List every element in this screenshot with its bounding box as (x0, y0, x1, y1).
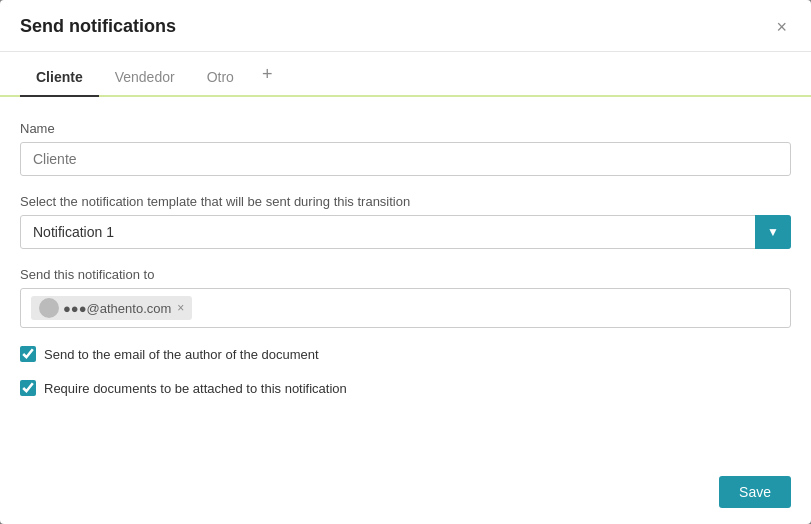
close-button[interactable]: × (772, 18, 791, 36)
tab-add-button[interactable]: + (250, 52, 285, 97)
recipients-field-group: Send this notification to ●●●@athento.co… (20, 267, 791, 328)
recipients-label: Send this notification to (20, 267, 791, 282)
template-label: Select the notification template that wi… (20, 194, 791, 209)
template-select[interactable]: Notification 1 Notification 2 Notificati… (20, 215, 791, 249)
email-tag-remove-button[interactable]: × (177, 301, 184, 315)
modal-body: Name Select the notification template th… (0, 97, 811, 464)
checkbox-author-label: Send to the email of the author of the d… (44, 347, 319, 362)
checkbox-author[interactable] (20, 346, 36, 362)
checkbox-author-group: Send to the email of the author of the d… (20, 346, 791, 362)
template-select-wrapper: Notification 1 Notification 2 Notificati… (20, 215, 791, 249)
tab-cliente[interactable]: Cliente (20, 57, 99, 97)
email-tag: ●●●@athento.com × (31, 296, 192, 320)
save-button[interactable]: Save (719, 476, 791, 508)
checkbox-require-docs-group: Require documents to be attached to this… (20, 380, 791, 396)
modal-header: Send notifications × (0, 0, 811, 52)
name-label: Name (20, 121, 791, 136)
recipients-input-box[interactable]: ●●●@athento.com × (20, 288, 791, 328)
email-tag-text: ●●●@athento.com (63, 301, 171, 316)
tabs-bar: Cliente Vendedor Otro + (0, 52, 811, 97)
checkbox-require-docs-label: Require documents to be attached to this… (44, 381, 347, 396)
name-input[interactable] (20, 142, 791, 176)
send-notifications-modal: Send notifications × Cliente Vendedor Ot… (0, 0, 811, 524)
tab-vendedor[interactable]: Vendedor (99, 57, 191, 97)
template-field-group: Select the notification template that wi… (20, 194, 791, 249)
email-avatar (39, 298, 59, 318)
checkbox-require-docs[interactable] (20, 380, 36, 396)
modal-footer: Save (0, 464, 811, 524)
tab-otro[interactable]: Otro (191, 57, 250, 97)
name-field-group: Name (20, 121, 791, 176)
modal-title: Send notifications (20, 16, 176, 37)
